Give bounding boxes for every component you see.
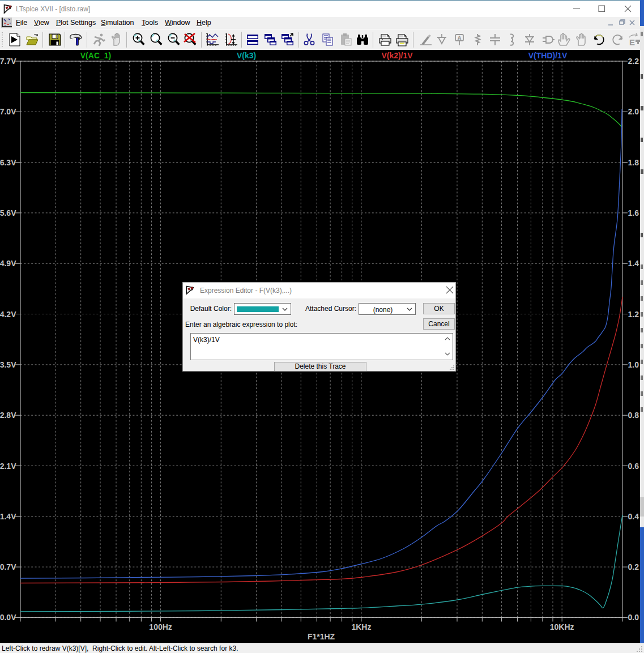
svg-text:7.7V: 7.7V [0, 57, 16, 66]
svg-text:4.9V: 4.9V [0, 259, 16, 268]
svg-text:2.1V: 2.1V [0, 462, 16, 471]
svg-text:7.0V: 7.0V [0, 107, 16, 116]
svg-text:1KHz: 1KHz [351, 622, 371, 631]
svg-text:V(THD)/1V: V(THD)/1V [528, 51, 568, 60]
svg-text:0.0: 0.0 [628, 613, 639, 622]
svg-text:4.2V: 4.2V [0, 310, 16, 319]
svg-text:0.4: 0.4 [628, 512, 639, 521]
svg-text:A: A [457, 35, 461, 41]
svg-text:V(AC_1): V(AC_1) [80, 51, 111, 60]
svg-text:V(k2)/1V: V(k2)/1V [381, 51, 413, 60]
svg-text:1.4: 1.4 [628, 259, 639, 268]
svg-text:0.0V: 0.0V [0, 613, 16, 622]
svg-text:2.8V: 2.8V [0, 411, 16, 420]
svg-text:1.0: 1.0 [628, 360, 639, 369]
svg-text:2.0: 2.0 [628, 107, 639, 116]
svg-text:0.2: 0.2 [628, 562, 639, 571]
svg-text:F1*1HZ: F1*1HZ [308, 632, 335, 641]
svg-text:1.6: 1.6 [628, 208, 639, 217]
svg-text:2.2: 2.2 [628, 57, 639, 66]
svg-text:10KHz: 10KHz [550, 622, 574, 631]
svg-text:E: E [629, 37, 635, 46]
svg-text:5.6V: 5.6V [0, 208, 16, 217]
svg-text:1.4V: 1.4V [0, 512, 16, 521]
svg-text:0.8: 0.8 [628, 411, 639, 420]
svg-text:0.6: 0.6 [628, 462, 639, 471]
svg-text:3.5V: 3.5V [0, 360, 16, 369]
svg-text:100Hz: 100Hz [149, 622, 172, 631]
svg-text:1.2: 1.2 [628, 310, 639, 319]
svg-text:1.8: 1.8 [628, 158, 639, 167]
svg-text:V(k3): V(k3) [237, 51, 256, 60]
svg-text:0.7V: 0.7V [0, 562, 16, 571]
svg-text:6.3V: 6.3V [0, 158, 16, 167]
